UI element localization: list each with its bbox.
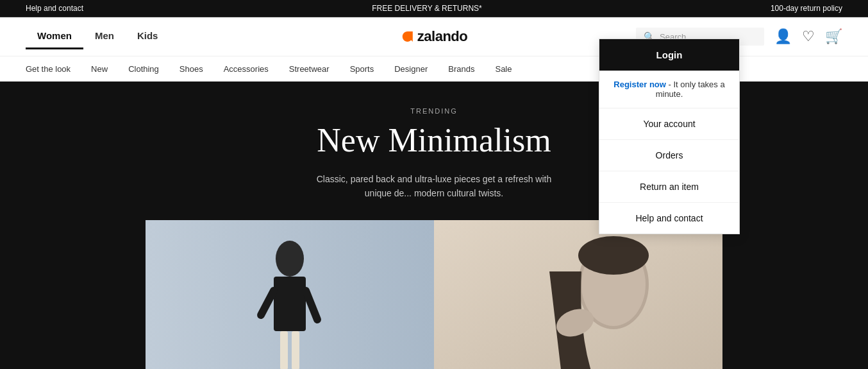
nav-sports[interactable]: Sports — [340, 56, 385, 82]
nav-accessories[interactable]: Accessories — [213, 56, 279, 82]
hero-svg-left — [146, 220, 434, 369]
nav-designer[interactable]: Designer — [384, 56, 438, 82]
nav-tab-kids[interactable]: Kids — [126, 24, 170, 49]
nav-clothing[interactable]: Clothing — [118, 56, 169, 82]
hero-image-right — [434, 220, 722, 369]
svg-rect-3 — [274, 277, 306, 331]
cart-icon[interactable]: 🛒 — [825, 28, 842, 45]
dropdown-return-item[interactable]: Return an item — [599, 171, 739, 203]
nav-shoes[interactable]: Shoes — [169, 56, 213, 82]
announcement-center: FREE DELIVERY & RETURNS* — [372, 4, 482, 13]
login-button[interactable]: Login — [599, 39, 739, 71]
user-icon[interactable]: 👤 — [774, 28, 792, 45]
svg-rect-5 — [292, 331, 299, 369]
logo-container: zalando — [401, 28, 467, 45]
dropdown-orders[interactable]: Orders — [599, 140, 739, 171]
wishlist-icon[interactable]: ♡ — [802, 28, 815, 45]
hero-image-left — [146, 220, 434, 369]
zalando-logo-icon — [401, 30, 415, 44]
register-suffix: - It only takes a minute. — [656, 80, 725, 99]
account-dropdown: Login Register now - It only takes a min… — [599, 39, 740, 234]
register-section: Register now - It only takes a minute. — [599, 71, 739, 108]
svg-point-12 — [578, 236, 649, 275]
announcement-right: 100-day return policy — [771, 4, 842, 13]
nav-sale[interactable]: Sale — [485, 56, 522, 82]
register-link[interactable]: Register now — [613, 80, 666, 89]
nav-new[interactable]: New — [81, 56, 118, 82]
announcement-bar: Help and contact FREE DELIVERY & RETURNS… — [0, 0, 868, 17]
nav-brands[interactable]: Brands — [438, 56, 485, 82]
dropdown-your-account[interactable]: Your account — [599, 108, 739, 140]
logo-text: zalando — [417, 28, 467, 45]
hero-images — [13, 220, 855, 369]
nav-tab-women[interactable]: Women — [26, 24, 83, 49]
hero-section: TRENDING New Minimalism Classic, pared b… — [0, 82, 868, 369]
svg-point-2 — [276, 241, 304, 277]
zalando-logo[interactable]: zalando — [401, 28, 467, 45]
hero-subtitle: Classic, pared back and ultra-luxe piece… — [306, 172, 562, 201]
nav-streetwear[interactable]: Streetwear — [279, 56, 340, 82]
dropdown-help-contact[interactable]: Help and contact — [599, 203, 739, 234]
svg-rect-4 — [280, 331, 288, 369]
announcement-left[interactable]: Help and contact — [26, 4, 83, 13]
hero-svg-right — [434, 220, 722, 369]
main-nav: Women Men Kids — [26, 24, 169, 49]
nav-get-the-look[interactable]: Get the look — [26, 56, 81, 82]
nav-tab-men[interactable]: Men — [83, 24, 126, 49]
